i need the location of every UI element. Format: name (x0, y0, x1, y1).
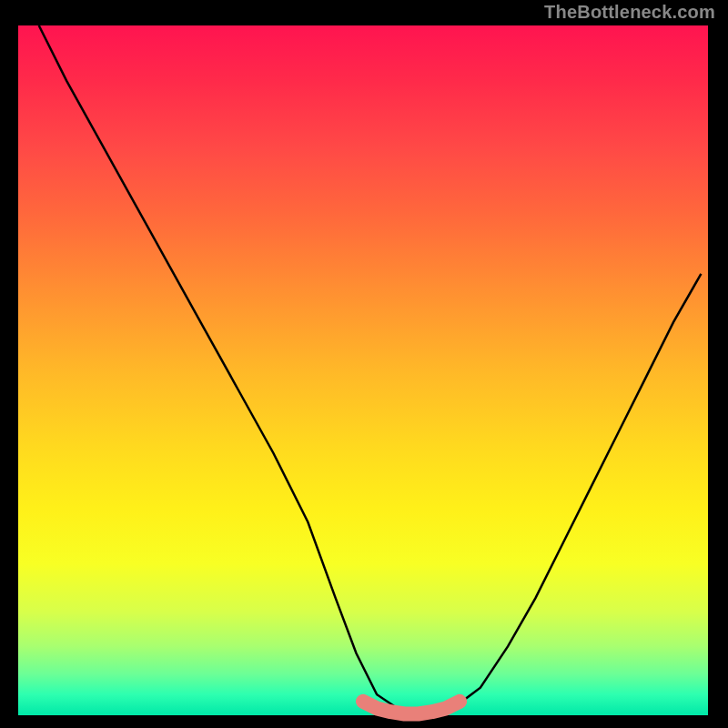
chart-container: TheBottleneck.com (0, 0, 728, 728)
curve-layer (18, 25, 708, 715)
plot-area (18, 25, 708, 715)
bottleneck-curve (39, 25, 702, 715)
flat-bottom-highlight (363, 702, 460, 714)
watermark-text: TheBottleneck.com (544, 2, 715, 23)
